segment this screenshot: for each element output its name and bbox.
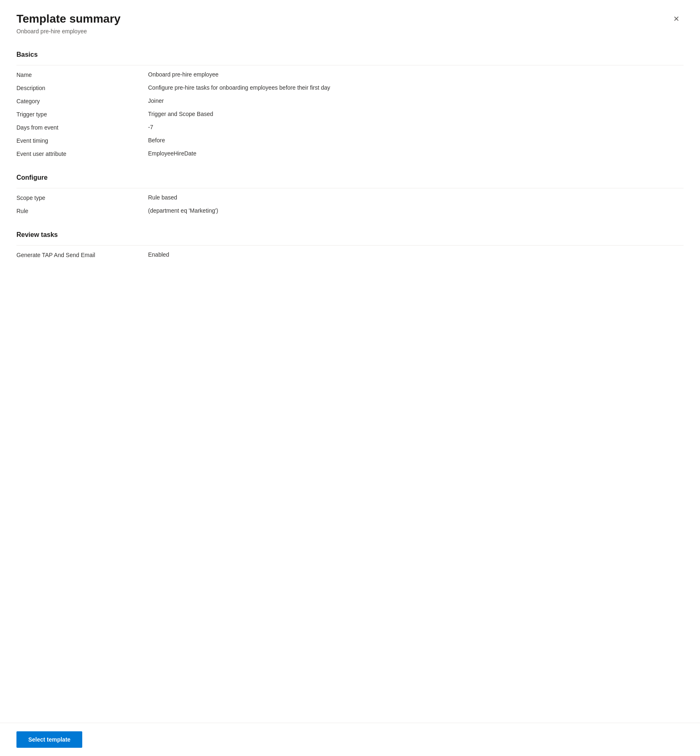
field-label-rule: Rule [16, 207, 148, 214]
basics-section-title: Basics [16, 51, 684, 58]
field-value-event-timing: Before [148, 137, 684, 144]
panel-subtitle: Onboard pre-hire employee [16, 28, 684, 35]
template-summary-panel: Template summary Onboard pre-hire employ… [0, 0, 700, 756]
panel-content: Basics Name Onboard pre-hire employee De… [0, 41, 700, 723]
field-row-name: Name Onboard pre-hire employee [16, 69, 684, 82]
field-row-description: Description Configure pre-hire tasks for… [16, 82, 684, 95]
configure-section-title: Configure [16, 174, 684, 181]
field-row-generate-tap: Generate TAP And Send Email Enabled [16, 249, 684, 262]
field-value-generate-tap: Enabled [148, 251, 684, 258]
review-tasks-divider [16, 245, 684, 246]
field-label-name: Name [16, 71, 148, 78]
field-row-category: Category Joiner [16, 95, 684, 108]
field-value-trigger-type: Trigger and Scope Based [148, 111, 684, 117]
field-label-category: Category [16, 97, 148, 104]
field-value-scope-type: Rule based [148, 194, 684, 201]
field-row-days-from-event: Days from event -7 [16, 121, 684, 135]
field-row-event-timing: Event timing Before [16, 135, 684, 148]
field-row-event-user-attribute: Event user attribute EmployeeHireDate [16, 148, 684, 161]
field-row-trigger-type: Trigger type Trigger and Scope Based [16, 108, 684, 121]
field-row-scope-type: Scope type Rule based [16, 192, 684, 205]
field-value-rule: (department eq 'Marketing') [148, 207, 684, 214]
close-button[interactable]: ✕ [669, 12, 684, 26]
field-label-scope-type: Scope type [16, 194, 148, 201]
field-label-event-timing: Event timing [16, 137, 148, 144]
review-tasks-section: Review tasks Generate TAP And Send Email… [16, 231, 684, 262]
panel-header: Template summary Onboard pre-hire employ… [0, 0, 700, 41]
basics-section: Basics Name Onboard pre-hire employee De… [16, 51, 684, 161]
configure-section: Configure Scope type Rule based Rule (de… [16, 174, 684, 218]
field-label-description: Description [16, 84, 148, 91]
field-value-event-user-attribute: EmployeeHireDate [148, 150, 684, 157]
field-label-days-from-event: Days from event [16, 124, 148, 131]
field-row-rule: Rule (department eq 'Marketing') [16, 205, 684, 218]
field-value-days-from-event: -7 [148, 124, 684, 130]
panel-title: Template summary [16, 12, 684, 26]
field-value-category: Joiner [148, 97, 684, 104]
field-label-trigger-type: Trigger type [16, 111, 148, 118]
field-value-description: Configure pre-hire tasks for onboarding … [148, 84, 684, 91]
configure-divider [16, 188, 684, 188]
select-template-button[interactable]: Select template [16, 731, 82, 748]
field-value-name: Onboard pre-hire employee [148, 71, 684, 78]
panel-footer: Select template [0, 723, 700, 756]
field-label-generate-tap: Generate TAP And Send Email [16, 251, 148, 258]
basics-divider [16, 65, 684, 65]
close-icon: ✕ [673, 14, 679, 23]
field-label-event-user-attribute: Event user attribute [16, 150, 148, 157]
review-tasks-section-title: Review tasks [16, 231, 684, 239]
